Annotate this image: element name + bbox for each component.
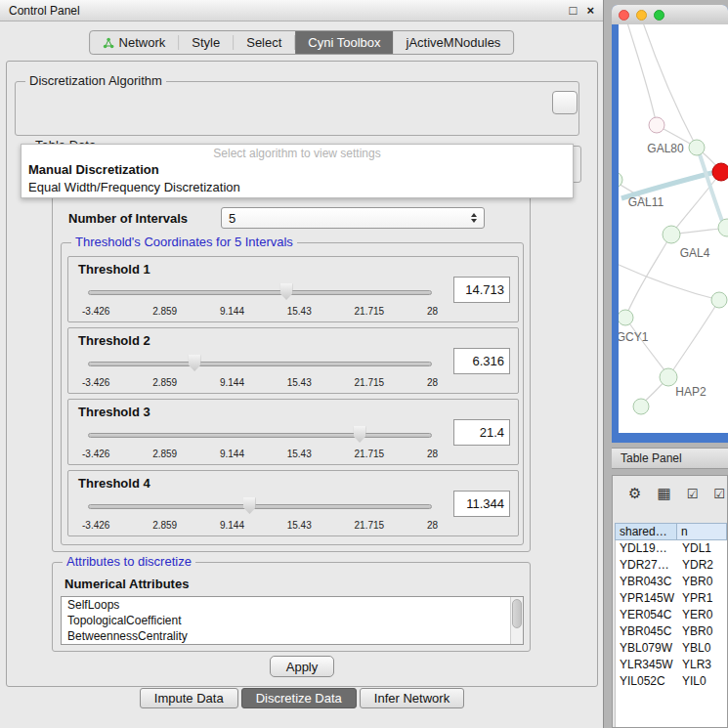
node-label: GAL11 — [628, 195, 664, 209]
select-none-icon[interactable]: ☑ — [713, 487, 725, 501]
table-row[interactable]: YDR27…YDR2 — [616, 557, 727, 574]
tab-discretize-data[interactable]: Discretize Data — [241, 688, 357, 708]
cell: YPR145W — [616, 590, 678, 607]
slider-thumb[interactable] — [243, 497, 256, 514]
slider-track[interactable] — [88, 362, 432, 366]
threshold-3-slider[interactable]: -3.4262.8599.14415.4321.71528 — [88, 425, 432, 462]
tab-infer-network[interactable]: Infer Network — [360, 688, 464, 708]
zoom-traffic-light-icon[interactable] — [654, 10, 664, 21]
slider-thumb[interactable] — [280, 283, 293, 300]
cell: YIL052C — [616, 673, 678, 690]
cell: YBL079W — [616, 640, 678, 657]
threshold-1-slider[interactable]: -3.4262.8599.14415.4321.71528 — [88, 282, 432, 320]
tab-impute-data[interactable]: Impute Data — [140, 688, 238, 708]
network-graph: GAL80 GAL11 GAL4 GCY1 HAP2 — [619, 24, 728, 433]
float-window-icon[interactable]: □ — [570, 4, 578, 17]
numerical-attributes-list[interactable]: SelfLoops TopologicalCoefficient Between… — [61, 596, 524, 645]
thresholds-group: Threshold's Coordinates for 5 Intervals … — [61, 242, 524, 545]
menu-item-equal-width[interactable]: Equal Width/Frequency Discretization — [21, 179, 573, 196]
threshold-1-panel: Threshold 1 -3.4262.8599.14415.4321.7152… — [67, 256, 519, 322]
table-row[interactable]: YDL19…YDL1 — [616, 540, 727, 557]
threshold-value-field[interactable]: 11.344 — [453, 491, 510, 517]
group-title: Discretization Algorithm — [25, 74, 166, 88]
scrollbar-thumb[interactable] — [512, 599, 522, 628]
table-row[interactable]: YLR345WYLR3 — [616, 657, 727, 673]
slider-track[interactable] — [88, 504, 432, 509]
close-icon[interactable]: × — [586, 4, 594, 17]
node[interactable] — [660, 368, 677, 386]
columns-icon[interactable]: ▦ — [657, 485, 670, 502]
node[interactable] — [718, 219, 728, 236]
tab-jactivemodules[interactable]: jActiveMNodules — [394, 31, 514, 54]
column-header-name[interactable]: n — [677, 523, 727, 540]
tab-style[interactable]: Style — [179, 31, 233, 54]
tab-label: jActiveMNodules — [407, 35, 501, 50]
table-row[interactable]: YPR145WYPR1 — [616, 590, 727, 607]
tick-label: -3.426 — [82, 520, 109, 531]
selected-node[interactable] — [712, 163, 728, 181]
node[interactable] — [711, 292, 727, 308]
node[interactable] — [633, 399, 649, 414]
node[interactable] — [663, 226, 680, 243]
gear-icon[interactable]: ⚙ — [628, 485, 641, 502]
close-traffic-light-icon[interactable] — [619, 10, 629, 21]
table-row[interactable]: YBR045CYBR0 — [616, 623, 727, 640]
discretization-algorithm-group: Discretization Algorithm — [15, 81, 579, 136]
list-item[interactable]: SelfLoops — [62, 597, 523, 613]
node[interactable] — [689, 140, 705, 155]
network-window-titlebar[interactable] — [612, 5, 728, 24]
network-canvas[interactable]: GAL80 GAL11 GAL4 GCY1 HAP2 — [619, 24, 728, 433]
threshold-2-slider[interactable]: -3.4262.8599.14415.4321.71528 — [88, 354, 432, 391]
node[interactable] — [619, 310, 633, 325]
number-of-intervals-combobox[interactable]: 5 — [221, 207, 485, 229]
tick-label: -3.426 — [82, 306, 109, 317]
group-title: Threshold's Coordinates for 5 Intervals — [71, 236, 297, 249]
table-row[interactable]: YBL079WYBL0 — [616, 640, 727, 657]
table-row[interactable]: YER054CYER0 — [616, 607, 727, 623]
combobox-placeholder: Select algorithm to view settings — [21, 145, 573, 161]
menu-item-manual-discretization[interactable]: Manual Discretization — [21, 161, 573, 179]
tab-label: Cyni Toolbox — [308, 35, 380, 50]
table-body: YDL19…YDL1 YDR27…YDR2 YBR043CYBR0 YPR145… — [615, 540, 727, 727]
bottom-tabbar: Impute Data Discretize Data Infer Networ… — [0, 688, 604, 708]
group-title: Attributes to discretize — [63, 555, 195, 569]
select-all-icon[interactable]: ☑ — [687, 487, 699, 501]
tick-label: 9.144 — [220, 306, 244, 317]
tick-label: 21.715 — [355, 377, 385, 388]
list-item[interactable]: TopologicalCoefficient — [62, 613, 523, 628]
tab-network[interactable]: Network — [90, 31, 179, 54]
tab-label: Select — [246, 35, 281, 50]
slider-track[interactable] — [88, 433, 432, 438]
threshold-value-field[interactable]: 6.316 — [453, 348, 510, 374]
apply-button[interactable]: Apply — [270, 656, 334, 677]
tab-label: Style — [192, 35, 220, 50]
list-item[interactable]: BetweennessCentrality — [62, 628, 523, 644]
slider-track[interactable] — [88, 290, 432, 295]
cell: YPR1 — [678, 590, 727, 607]
node[interactable] — [649, 117, 664, 133]
minimize-traffic-light-icon[interactable] — [636, 10, 647, 21]
tick-label: 15.43 — [287, 449, 312, 459]
tick-label: -3.426 — [82, 449, 109, 459]
control-panel-titlebar[interactable]: Control Panel □ × — [0, 0, 603, 21]
table-row[interactable]: YBR043CYBR0 — [616, 574, 727, 590]
table-panel-header[interactable]: Table Panel — [612, 448, 728, 469]
tab-cyni-toolbox[interactable]: Cyni Toolbox — [295, 31, 393, 54]
slider-tick-labels: -3.4262.8599.14415.4321.71528 — [82, 306, 438, 317]
network-nodes[interactable] — [619, 117, 728, 414]
threshold-3-panel: Threshold 3 -3.4262.8599.14415.4321.7152… — [67, 399, 519, 465]
threshold-value-field[interactable]: 21.4 — [453, 419, 510, 446]
slider-thumb[interactable] — [189, 355, 201, 371]
threshold-4-slider[interactable]: -3.4262.8599.14415.4321.71528 — [88, 496, 432, 534]
list-scrollbar[interactable] — [510, 597, 523, 644]
tab-select[interactable]: Select — [234, 31, 294, 54]
column-header-shared-name[interactable]: shared… — [615, 523, 677, 540]
cell: YIL0 — [678, 673, 727, 690]
cell: YER0 — [678, 607, 727, 623]
algorithm-combobox-fragment[interactable] — [552, 91, 578, 114]
tick-label: 9.144 — [220, 377, 244, 388]
tab-label: Network — [119, 35, 166, 50]
threshold-value-field[interactable]: 14.713 — [453, 277, 510, 303]
slider-thumb[interactable] — [354, 426, 366, 443]
table-row[interactable]: YIL052CYIL0 — [616, 673, 727, 690]
